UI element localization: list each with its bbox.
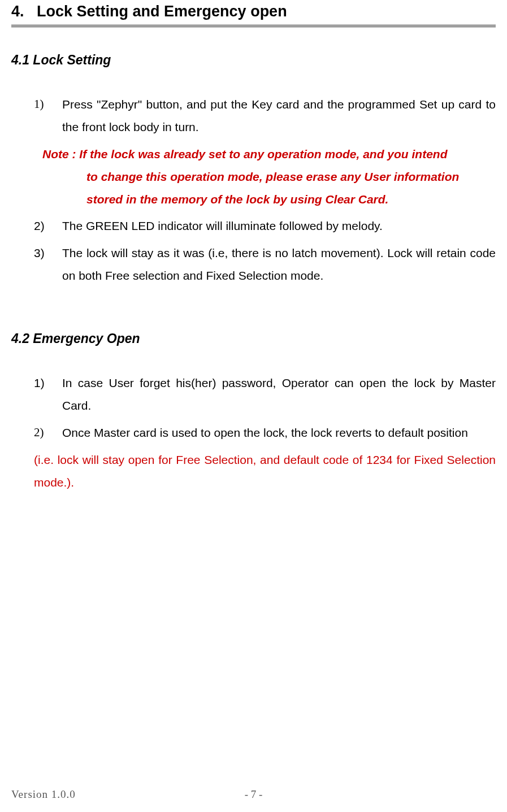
footer-version: Version 1.0.0 — [11, 788, 76, 801]
section-42-title: 4.2 Emergency Open — [11, 331, 496, 346]
note-line2: to change this operation mode, please er… — [42, 166, 496, 188]
note-line3: stored in the memory of the lock by usin… — [42, 188, 496, 211]
list-number: 2) — [34, 215, 62, 237]
list-number: 2) — [34, 422, 62, 444]
note-label: Note : — [42, 147, 79, 160]
section-41-content: 1) Press "Zephyr" button, and put the Ke… — [11, 93, 496, 287]
list-item: 2) The GREEN LED indicator will illumina… — [34, 215, 496, 237]
list-item: 3) The lock will stay as it was (i.e, th… — [34, 242, 496, 287]
chapter-number: 4. — [11, 3, 24, 20]
list-text: In case User forget his(her) password, O… — [62, 372, 496, 417]
red-note: (i.e. lock will stay open for Free Selec… — [34, 449, 496, 494]
note-line1: If the lock was already set to any opera… — [79, 147, 447, 160]
list-item: 2) Once Master card is used to open the … — [34, 422, 496, 444]
list-text: Once Master card is used to open the loc… — [62, 422, 496, 444]
list-text: Press "Zephyr" button, and put the Key c… — [62, 93, 496, 138]
list-item: 1) Press "Zephyr" button, and put the Ke… — [34, 93, 496, 138]
section-42-content: 1) In case User forget his(her) password… — [11, 372, 496, 493]
list-number: 3) — [34, 242, 62, 287]
list-text: The GREEN LED indicator will illuminate … — [62, 215, 496, 237]
chapter-title-text: Lock Setting and Emergency open — [37, 3, 287, 20]
list-item: 1) In case User forget his(her) password… — [34, 372, 496, 417]
footer-page: - 7 - — [245, 788, 263, 801]
footer: Version 1.0.0 - 7 - — [11, 788, 496, 801]
list-text: The lock will stay as it was (i.e, there… — [62, 242, 496, 287]
section-41-title: 4.1 Lock Setting — [11, 53, 496, 68]
list-number: 1) — [34, 93, 62, 138]
list-number: 1) — [34, 372, 62, 417]
chapter-title: 4. Lock Setting and Emergency open — [11, 3, 496, 27]
note-block: Note : If the lock was already set to an… — [34, 143, 496, 211]
